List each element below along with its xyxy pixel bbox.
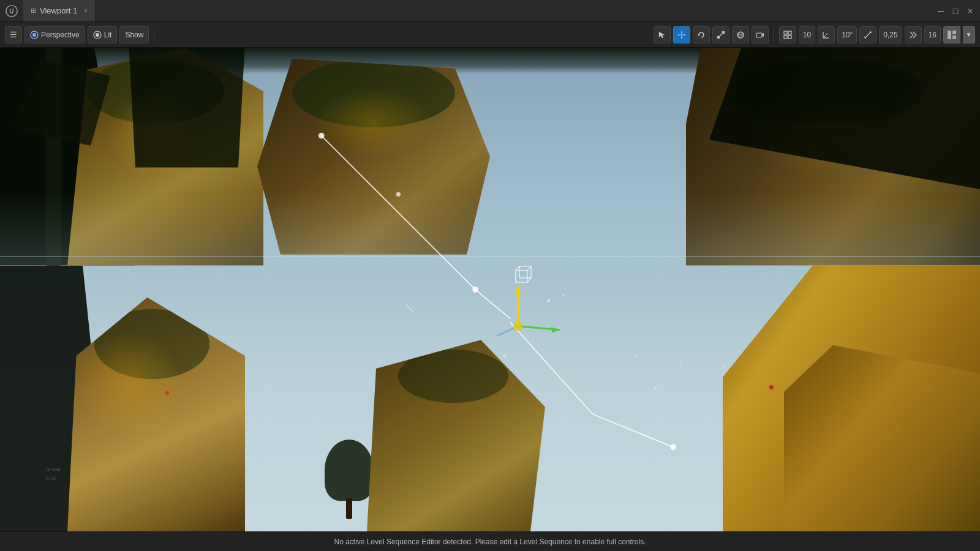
world-space-button[interactable]: [732, 26, 749, 43]
scale-snap-toggle[interactable]: [859, 26, 876, 43]
svg-rect-32: [948, 31, 951, 39]
svg-rect-22: [788, 31, 791, 34]
svg-rect-19: [756, 33, 762, 37]
svg-rect-33: [952, 31, 956, 34]
viewport-icon: ⊞: [31, 7, 36, 15]
svg-line-27: [865, 32, 871, 38]
camera-icon: [756, 31, 764, 39]
svg-rect-24: [788, 36, 791, 39]
show-label: Show: [125, 31, 143, 39]
scene-top: [0, 48, 980, 266]
angle-value-label: 10°: [842, 31, 853, 39]
grid-snap-value[interactable]: 10: [799, 26, 815, 43]
lit-label: Lit: [104, 31, 112, 39]
svg-point-3: [32, 33, 36, 37]
rotate-tool-button[interactable]: [693, 26, 710, 43]
svg-marker-9: [680, 37, 683, 39]
lit-button[interactable]: Lit: [88, 26, 118, 43]
rotate-icon: [697, 31, 706, 39]
menu-button[interactable]: ☰: [5, 26, 22, 43]
svg-text:Arwan: Arwan: [45, 466, 61, 472]
viewport[interactable]: Arwan Link: [0, 48, 980, 531]
shrub-center-left: [325, 440, 374, 501]
svg-marker-8: [680, 31, 683, 32]
translate-icon: [677, 31, 686, 39]
title-bar-controls: ─ □ ×: [936, 6, 975, 16]
rock-highlight-center: [315, 88, 432, 157]
dropdown-arrow: ▼: [966, 31, 972, 38]
lit-icon: [93, 31, 102, 39]
title-bar: U ⊞ Viewport 1 × ─ □ ×: [0, 0, 980, 22]
scale-snap-icon: [864, 31, 872, 39]
red-dot-left: [165, 391, 169, 395]
rock-center-top: [257, 59, 490, 255]
svg-marker-10: [677, 34, 679, 36]
menu-icon: ☰: [10, 30, 17, 39]
maximize-button[interactable]: □: [951, 6, 960, 16]
angle-snap-value[interactable]: 10°: [837, 26, 857, 43]
svg-text:Link: Link: [45, 475, 56, 481]
svg-marker-12: [698, 34, 700, 36]
tab-area: ⊞ Viewport 1 ×: [23, 0, 936, 21]
camera-speed-label: 16: [929, 31, 937, 39]
viewport-tab[interactable]: ⊞ Viewport 1 ×: [23, 0, 96, 21]
camera-speed-value[interactable]: 16: [924, 26, 941, 43]
camera-fov-button[interactable]: [905, 26, 922, 43]
show-button[interactable]: Show: [119, 26, 149, 43]
tab-close-button[interactable]: ×: [83, 7, 88, 15]
close-button[interactable]: ×: [965, 6, 975, 16]
separator-2: [774, 28, 774, 42]
scene-bottom: [0, 266, 980, 532]
rock-ground-center: [361, 340, 545, 531]
log-detail: [784, 345, 980, 531]
perspective-icon: [30, 31, 39, 39]
camera-speed-button[interactable]: [752, 26, 769, 43]
svg-rect-23: [784, 36, 787, 39]
viewport-tab-label: Viewport 1: [40, 6, 77, 15]
toolbar-right: 10 10° 0,25: [654, 26, 975, 43]
tree-canopy-left-center-top: [123, 48, 251, 168]
scale-icon: [717, 31, 725, 39]
svg-marker-11: [684, 34, 686, 36]
watermark: Arwan Link: [43, 455, 92, 495]
angle-icon: [822, 31, 831, 39]
grid-snap-toggle[interactable]: [779, 26, 796, 43]
scale-value-label: 0,25: [883, 31, 897, 39]
perspective-button[interactable]: Perspective: [24, 26, 85, 43]
svg-rect-15: [717, 36, 720, 39]
ue-logo: U: [5, 4, 18, 18]
minimize-button[interactable]: ─: [936, 6, 946, 16]
svg-rect-14: [722, 31, 725, 34]
log-structure-right: [723, 266, 980, 532]
grid-value-label: 10: [803, 31, 811, 39]
world-space-icon: [736, 31, 745, 39]
layout-button[interactable]: [943, 26, 960, 43]
select-icon: [658, 31, 666, 39]
toolbar: ☰ Perspective Lit Show: [0, 22, 980, 48]
svg-rect-34: [952, 36, 956, 39]
rock-ground-left: [67, 298, 245, 531]
status-bar: No active Level Sequence Editor detected…: [0, 531, 980, 551]
scale-tool-button[interactable]: [712, 26, 729, 43]
glow-ground-left: [77, 332, 183, 438]
select-tool-button[interactable]: [654, 26, 671, 43]
translate-tool-button[interactable]: [673, 26, 690, 43]
status-message: No active Level Sequence Editor detected…: [334, 538, 646, 546]
grid-icon: [783, 31, 792, 39]
moss-ground-center: [398, 350, 508, 403]
svg-rect-21: [784, 31, 787, 34]
red-dot-right: [769, 385, 774, 389]
svg-text:U: U: [9, 7, 13, 14]
fov-icon: [909, 31, 918, 39]
separator-1: [154, 28, 154, 42]
angle-snap-toggle[interactable]: [818, 26, 835, 43]
layout-dropdown-button[interactable]: ▼: [963, 26, 975, 43]
perspective-label: Perspective: [41, 31, 80, 39]
layout-icon: [947, 30, 957, 40]
scale-snap-value[interactable]: 0,25: [879, 26, 902, 43]
svg-point-5: [96, 33, 99, 37]
